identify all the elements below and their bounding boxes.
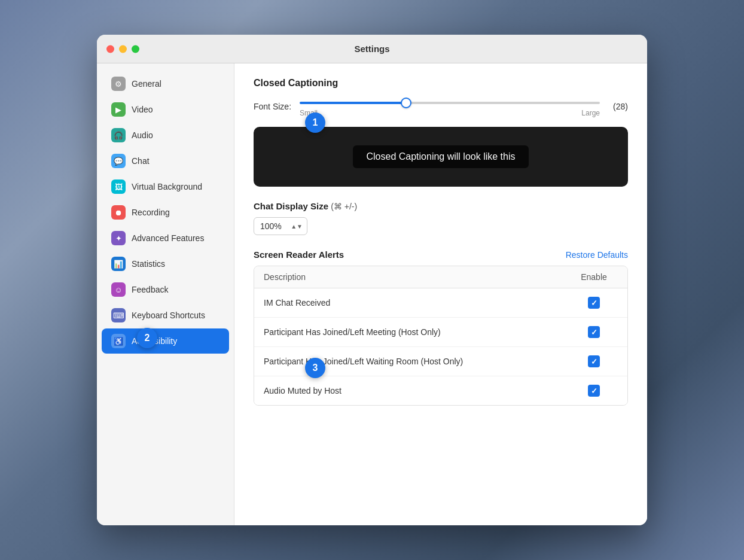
row-desc-audio-muted: Audio Muted by Host xyxy=(264,386,570,395)
sidebar-label-advanced-features: Advanced Features xyxy=(132,233,204,243)
row-enable-participant-meeting: ✓ xyxy=(570,326,618,338)
font-size-label: Font Size: xyxy=(254,102,292,111)
sidebar-item-recording[interactable]: ⏺ Recording xyxy=(102,200,229,225)
sidebar-item-keyboard-shortcuts[interactable]: ⌨ Keyboard Shortcuts xyxy=(102,303,229,328)
video-icon: ▶ xyxy=(111,102,126,117)
col-enable-header: Enable xyxy=(570,272,618,282)
chat-display-select-wrapper: 75% 100% 125% 150% ▲▼ xyxy=(254,217,307,235)
sidebar: ⚙ General ▶ Video 🎧 Audio 💬 Chat 🖼 xyxy=(97,63,234,525)
alerts-header: Screen Reader Alerts Restore Defaults xyxy=(254,249,628,260)
sidebar-label-audio: Audio xyxy=(132,130,153,140)
row-enable-audio-muted: ✓ xyxy=(570,385,618,397)
chat-display-title: Chat Display Size (⌘ +/-) xyxy=(254,201,628,211)
recording-icon: ⏺ xyxy=(111,205,126,220)
sidebar-item-general[interactable]: ⚙ General xyxy=(102,71,229,96)
checkbox-participant-waiting[interactable]: ✓ xyxy=(588,355,600,367)
restore-defaults-link[interactable]: Restore Defaults xyxy=(566,250,628,260)
virtual-background-icon: 🖼 xyxy=(111,179,126,194)
sidebar-label-chat: Chat xyxy=(132,156,150,166)
minimize-button[interactable] xyxy=(119,45,127,53)
sidebar-label-general: General xyxy=(132,79,161,89)
sidebar-item-video[interactable]: ▶ Video xyxy=(102,97,229,122)
annotation-bubble-1: 1 xyxy=(305,112,325,133)
table-scroll: IM Chat Received ✓ Participant Has Joine… xyxy=(254,288,627,405)
font-size-value: (28) xyxy=(607,102,628,111)
sidebar-label-statistics: Statistics xyxy=(132,259,165,269)
sidebar-item-audio[interactable]: 🎧 Audio xyxy=(102,123,229,148)
advanced-features-icon: ✦ xyxy=(111,231,126,245)
table-row: IM Chat Received ✓ xyxy=(254,288,627,318)
checkbox-participant-meeting[interactable]: ✓ xyxy=(588,326,600,338)
checkbox-im-chat[interactable]: ✓ xyxy=(588,297,600,309)
caption-preview-text: Closed Captioning will look like this xyxy=(353,145,528,168)
row-enable-participant-waiting: ✓ xyxy=(570,355,618,367)
sidebar-item-feedback[interactable]: ☺ Feedback xyxy=(102,277,229,302)
table-header: Description Enable xyxy=(254,266,627,288)
sidebar-label-video: Video xyxy=(132,105,153,114)
feedback-icon: ☺ xyxy=(111,282,126,297)
alerts-table: Description Enable IM Chat Received ✓ xyxy=(254,266,628,406)
maximize-button[interactable] xyxy=(132,45,139,53)
main-content: Closed Captioning Font Size: Small Large… xyxy=(234,63,647,525)
traffic-lights xyxy=(106,45,139,53)
accessibility-icon: ♿ xyxy=(111,334,126,348)
sidebar-label-feedback: Feedback xyxy=(132,285,168,294)
general-icon: ⚙ xyxy=(111,77,126,91)
chat-icon: 💬 xyxy=(111,154,126,168)
sidebar-item-chat[interactable]: 💬 Chat xyxy=(102,148,229,174)
sidebar-label-recording: Recording xyxy=(132,208,170,217)
font-size-slider-container: Small Large xyxy=(300,96,600,117)
annotation-bubble-2: 2 xyxy=(137,328,157,348)
chat-display-section: Chat Display Size (⌘ +/-) 75% 100% 125% … xyxy=(254,201,628,235)
slider-labels: Small Large xyxy=(300,109,600,117)
table-row: Audio Muted by Host ✓ xyxy=(254,376,627,405)
audio-icon: 🎧 xyxy=(111,128,126,142)
font-size-slider[interactable] xyxy=(300,102,600,104)
sidebar-item-statistics[interactable]: 📊 Statistics xyxy=(102,251,229,276)
settings-window: Settings ⚙ General ▶ Video 🎧 Audio xyxy=(97,35,647,525)
closed-captioning-title: Closed Captioning xyxy=(254,78,628,89)
row-enable-im-chat: ✓ xyxy=(570,297,618,309)
alerts-title: Screen Reader Alerts xyxy=(254,249,344,260)
sidebar-item-advanced-features[interactable]: ✦ Advanced Features xyxy=(102,226,229,251)
window-body: ⚙ General ▶ Video 🎧 Audio 💬 Chat 🖼 xyxy=(97,63,647,525)
slider-max-label: Large xyxy=(581,109,600,117)
col-description-header: Description xyxy=(264,272,570,282)
chat-display-shortcut: (⌘ +/-) xyxy=(331,202,357,211)
checkmark-participant-waiting: ✓ xyxy=(591,357,597,366)
checkmark-participant-meeting: ✓ xyxy=(591,328,597,337)
row-desc-participant-meeting: Participant Has Joined/Left Meeting (Hos… xyxy=(264,327,570,337)
checkmark-im-chat: ✓ xyxy=(591,299,597,308)
annotation-bubble-3: 3 xyxy=(305,358,325,378)
caption-preview: Closed Captioning will look like this xyxy=(254,127,628,187)
statistics-icon: 📊 xyxy=(111,257,126,271)
row-desc-im-chat: IM Chat Received xyxy=(264,298,570,308)
table-row: Participant Has Joined/Left Meeting (Hos… xyxy=(254,318,627,347)
sidebar-item-accessibility[interactable]: ♿ Accessibility xyxy=(102,328,229,354)
chat-display-select[interactable]: 75% 100% 125% 150% xyxy=(254,217,307,235)
checkmark-audio-muted: ✓ xyxy=(591,386,597,395)
keyboard-shortcuts-icon: ⌨ xyxy=(111,308,126,322)
screen-reader-alerts-section: Screen Reader Alerts Restore Defaults De… xyxy=(254,249,628,406)
sidebar-item-virtual-background[interactable]: 🖼 Virtual Background xyxy=(102,174,229,199)
sidebar-label-keyboard-shortcuts: Keyboard Shortcuts xyxy=(132,311,205,320)
title-bar: Settings xyxy=(97,35,647,63)
window-title: Settings xyxy=(354,44,389,54)
closed-captioning-section: Closed Captioning Font Size: Small Large… xyxy=(254,78,628,187)
checkbox-audio-muted[interactable]: ✓ xyxy=(588,385,600,397)
sidebar-label-virtual-background: Virtual Background xyxy=(132,182,202,191)
close-button[interactable] xyxy=(106,45,114,53)
